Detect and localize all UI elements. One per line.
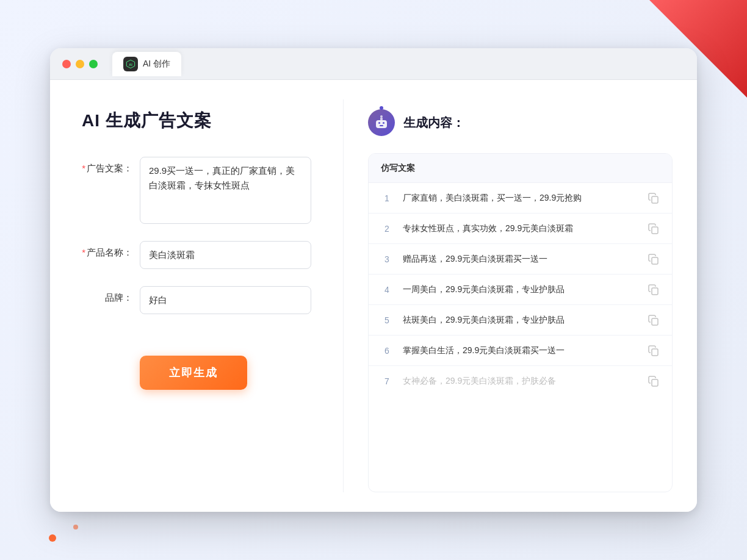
- result-table: 仿写文案 1厂家直销，美白淡斑霜，买一送一，29.9元抢购 2专抹女性斑点，真实…: [368, 153, 673, 492]
- brand-label: 品牌：: [82, 286, 140, 304]
- svg-rect-5: [380, 125, 383, 126]
- table-row: 3赠品再送，29.9元美白淡斑霜买一送一: [369, 244, 672, 275]
- svg-rect-11: [652, 288, 658, 295]
- result-title: 生成内容：: [403, 115, 464, 131]
- required-star-ad-copy: *: [82, 163, 85, 173]
- form-row-ad-copy: *广告文案： 29.9买一送一，真正的厂家直销，美白淡斑霜，专抹女性斑点: [82, 157, 311, 224]
- svg-rect-8: [652, 196, 658, 203]
- copy-icon[interactable]: [648, 253, 660, 265]
- table-row: 1厂家直销，美白淡斑霜，买一送一，29.9元抢购: [369, 183, 672, 214]
- row-number: 5: [381, 315, 393, 325]
- row-number: 1: [381, 193, 393, 203]
- dot-decoration-bl2: [73, 525, 78, 529]
- row-text: 女神必备，29.9元美白淡斑霜，护肤必备: [403, 375, 638, 387]
- row-text: 掌握美白生活，29.9元美白淡斑霜买一送一: [403, 344, 638, 357]
- close-button[interactable]: [62, 60, 71, 68]
- svg-rect-4: [383, 122, 384, 124]
- table-row: 2专抹女性斑点，真实功效，29.9元美白淡斑霜: [369, 214, 672, 244]
- row-number: 6: [381, 346, 393, 356]
- row-number: 7: [381, 376, 393, 386]
- svg-rect-14: [652, 379, 658, 386]
- title-bar: AI AI 创作: [50, 48, 697, 80]
- row-number: 3: [381, 254, 393, 264]
- copy-icon[interactable]: [648, 375, 660, 387]
- product-name-input[interactable]: [140, 241, 311, 269]
- product-name-label: *产品名称：: [82, 241, 140, 259]
- copy-icon[interactable]: [648, 345, 660, 357]
- svg-text:AI: AI: [129, 62, 132, 66]
- form-row-product-name: *产品名称：: [82, 241, 311, 269]
- svg-rect-13: [652, 349, 658, 356]
- maximize-button[interactable]: [89, 60, 98, 68]
- svg-rect-10: [652, 257, 658, 264]
- svg-rect-12: [652, 318, 658, 325]
- svg-rect-2: [376, 120, 387, 128]
- tab-icon: AI: [123, 57, 138, 71]
- ad-copy-label: *广告文案：: [82, 157, 140, 174]
- tab-title: AI 创作: [143, 59, 170, 70]
- row-number: 2: [381, 224, 393, 234]
- row-text: 祛斑美白，29.9元美白淡斑霜，专业护肤品: [403, 314, 638, 326]
- table-header-text: 仿写文案: [381, 163, 415, 173]
- result-header: 生成内容：: [368, 109, 673, 136]
- table-row: 6掌握美白生活，29.9元美白淡斑霜买一送一: [369, 336, 672, 366]
- traffic-lights: [62, 60, 98, 68]
- row-text: 厂家直销，美白淡斑霜，买一送一，29.9元抢购: [403, 192, 638, 204]
- dot-decoration-bl: [49, 534, 56, 542]
- copy-icon[interactable]: [648, 284, 660, 296]
- browser-tab[interactable]: AI AI 创作: [112, 52, 181, 76]
- svg-point-7: [380, 115, 383, 118]
- table-row: 7女神必备，29.9元美白淡斑霜，护肤必备: [369, 366, 672, 396]
- form-row-brand: 品牌：: [82, 286, 311, 314]
- robot-icon: [368, 109, 395, 136]
- result-rows-container: 1厂家直销，美白淡斑霜，买一送一，29.9元抢购 2专抹女性斑点，真实功效，29…: [369, 183, 672, 396]
- copy-icon[interactable]: [648, 314, 660, 326]
- table-header: 仿写文案: [369, 154, 672, 183]
- row-number: 4: [381, 285, 393, 295]
- svg-rect-3: [378, 122, 380, 124]
- table-row: 4一周美白，29.9元美白淡斑霜，专业护肤品: [369, 275, 672, 305]
- row-text: 一周美白，29.9元美白淡斑霜，专业护肤品: [403, 283, 638, 296]
- brand-input[interactable]: [140, 286, 311, 314]
- table-row: 5祛斑美白，29.9元美白淡斑霜，专业护肤品: [369, 305, 672, 336]
- right-panel: 生成内容： 仿写文案 1厂家直销，美白淡斑霜，买一送一，29.9元抢购 2专抹女…: [344, 80, 697, 512]
- generate-button[interactable]: 立即生成: [140, 356, 247, 390]
- main-content: AI 生成广告文案 *广告文案： 29.9买一送一，真正的厂家直销，美白淡斑霜，…: [50, 80, 697, 512]
- required-star-product: *: [82, 247, 85, 257]
- left-panel: AI 生成广告文案 *广告文案： 29.9买一送一，真正的厂家直销，美白淡斑霜，…: [50, 80, 343, 512]
- row-text: 赠品再送，29.9元美白淡斑霜买一送一: [403, 253, 638, 265]
- ad-copy-input[interactable]: 29.9买一送一，真正的厂家直销，美白淡斑霜，专抹女性斑点: [140, 157, 311, 224]
- copy-icon[interactable]: [648, 192, 660, 204]
- minimize-button[interactable]: [76, 60, 84, 68]
- browser-window: AI AI 创作 AI 生成广告文案 *广告文案： 29.9买一送一，真正的厂家…: [50, 48, 697, 512]
- copy-icon[interactable]: [648, 223, 660, 235]
- svg-rect-9: [652, 227, 658, 234]
- svg-rect-6: [380, 118, 383, 120]
- row-text: 专抹女性斑点，真实功效，29.9元美白淡斑霜: [403, 222, 638, 235]
- page-title: AI 生成广告文案: [82, 109, 311, 132]
